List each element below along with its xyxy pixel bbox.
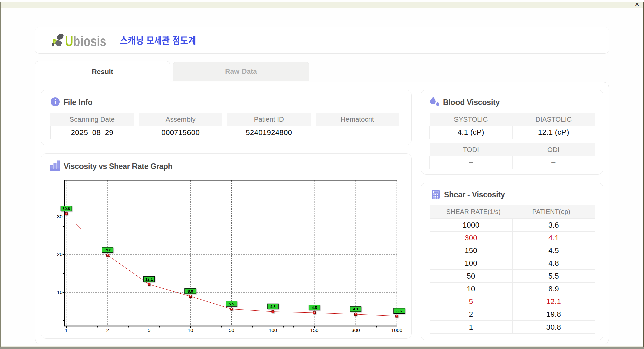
svg-text:5: 5 (148, 327, 150, 333)
svg-text:1000: 1000 (391, 327, 402, 333)
svg-text:19.8: 19.8 (104, 248, 112, 252)
svg-text:150: 150 (310, 327, 318, 333)
svg-text:50: 50 (229, 327, 234, 333)
svg-text:10: 10 (187, 327, 193, 333)
svg-text:4.1: 4.1 (353, 307, 359, 311)
svg-text:20: 20 (57, 251, 63, 257)
svg-text:3.6: 3.6 (396, 309, 402, 313)
svg-text:4.8: 4.8 (270, 305, 276, 309)
svg-text:2: 2 (106, 327, 109, 333)
svg-text:12.1: 12.1 (145, 277, 153, 281)
svg-text:5.5: 5.5 (229, 302, 235, 306)
svg-text:30: 30 (57, 214, 63, 219)
svg-text:30.8: 30.8 (63, 207, 70, 211)
svg-text:1: 1 (65, 327, 68, 333)
svg-text:8.9: 8.9 (187, 289, 193, 293)
svg-text:4.5: 4.5 (312, 306, 317, 310)
svg-text:100: 100 (269, 327, 277, 333)
svg-text:300: 300 (352, 327, 360, 333)
svg-text:10: 10 (57, 289, 63, 295)
